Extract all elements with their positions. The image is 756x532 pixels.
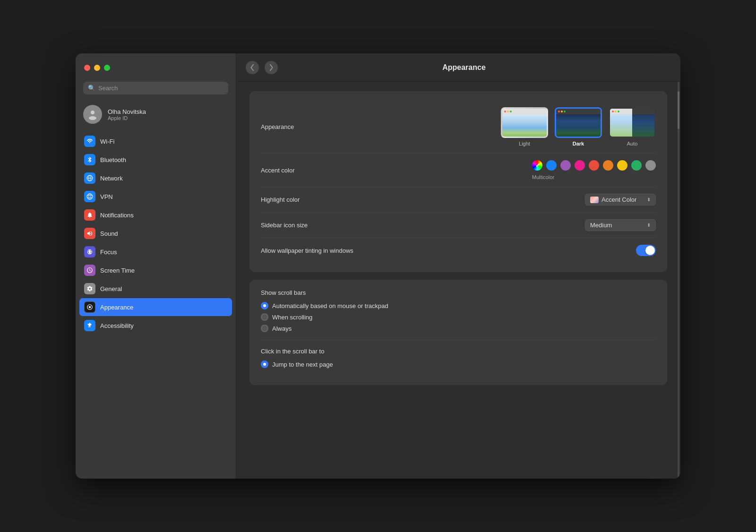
appearance-option-dark[interactable]: Dark — [555, 107, 602, 146]
maximize-button[interactable] — [104, 65, 110, 71]
sidebar-item-screentime-label: Screen Time — [100, 267, 135, 274]
user-info: Olha Novitska Apple ID — [108, 108, 146, 121]
accent-colors-group: Multicolor — [532, 160, 656, 180]
main-title: Appearance — [284, 63, 644, 72]
click-next-page-option[interactable]: Jump to the next page — [261, 360, 656, 368]
network-icon — [84, 172, 95, 184]
svg-point-10 — [89, 306, 91, 309]
sidebar-item-sound[interactable]: Sound — [79, 224, 232, 242]
sidebar-item-sound-label: Sound — [100, 230, 118, 237]
system-preferences-window: 🔍 Olha Novitska Apple ID Wi-Fi — [76, 53, 680, 479]
highlight-color-swatch — [590, 197, 599, 203]
appearance-option-auto-label: Auto — [627, 141, 638, 146]
scrollbar[interactable] — [677, 82, 680, 479]
wifi-icon — [84, 136, 95, 147]
click-next-page-label: Jump to the next page — [272, 361, 333, 368]
accent-yellow[interactable] — [617, 160, 627, 171]
sidebar-item-focus[interactable]: Focus — [79, 243, 232, 261]
nav-back-button[interactable] — [246, 61, 259, 74]
sidebar-item-appearance[interactable]: Appearance — [79, 298, 232, 316]
focus-icon — [84, 246, 95, 257]
search-input[interactable] — [98, 85, 223, 92]
scroll-bars-title: Show scroll bars — [261, 289, 656, 296]
notifications-icon — [84, 209, 95, 221]
sidebar-icon-size-setting-row: Sidebar icon size Medium ⬍ — [261, 213, 656, 238]
appearance-options: Light — [501, 107, 656, 146]
close-button[interactable] — [84, 65, 90, 71]
main-titlebar: Appearance — [236, 53, 680, 82]
accent-green[interactable] — [631, 160, 642, 171]
appearance-label: Appearance — [261, 123, 294, 130]
sidebar-item-vpn[interactable]: VPN — [79, 188, 232, 206]
sidebar-item-general[interactable]: General — [79, 280, 232, 298]
sidebar-item-general-label: General — [100, 285, 122, 292]
scroll-always-option[interactable]: Always — [261, 325, 656, 332]
accent-pink[interactable] — [575, 160, 585, 171]
sidebar-list: Wi-Fi Bluetooth Network VPN — [76, 132, 236, 479]
content-area: Appearance — [236, 82, 680, 479]
appearance-setting-row: Appearance — [261, 101, 656, 154]
sidebar-item-network-label: Network — [100, 175, 123, 182]
wallpaper-tinting-toggle[interactable] — [636, 245, 656, 256]
scroll-bars-card: Show scroll bars Automatically based on … — [249, 280, 667, 385]
sidebar-icon-size-label: Sidebar icon size — [261, 222, 308, 229]
highlight-color-setting-row: Highlight color Accent Color ⬍ — [261, 187, 656, 213]
nav-forward-button[interactable] — [265, 61, 278, 74]
appearance-thumb-light — [501, 107, 548, 138]
scroll-scrolling-label: When scrolling — [272, 314, 312, 321]
scrollbar-thumb[interactable] — [678, 91, 679, 129]
minimize-button[interactable] — [94, 65, 100, 71]
accent-orange[interactable] — [603, 160, 613, 171]
svg-point-1 — [89, 116, 96, 120]
highlight-color-dropdown[interactable]: Accent Color ⬍ — [585, 194, 656, 206]
scroll-scrolling-option[interactable]: When scrolling — [261, 313, 656, 321]
general-icon — [84, 283, 95, 294]
scroll-auto-label: Automatically based on mouse or trackpad — [272, 302, 388, 309]
sidebar-item-network[interactable]: Network — [79, 169, 232, 187]
scrollbar-track — [678, 82, 679, 479]
sidebar-item-notifications-label: Notifications — [100, 212, 134, 219]
sidebar-icon-size-control: Medium ⬍ — [585, 219, 656, 231]
accent-color-label: Accent color — [261, 167, 295, 174]
search-bar[interactable]: 🔍 — [83, 82, 228, 94]
window-titlebar — [76, 53, 236, 82]
dropdown-arrows-icon-2: ⬍ — [647, 223, 651, 228]
accent-multicolor[interactable] — [532, 160, 542, 171]
scroll-auto-option[interactable]: Automatically based on mouse or trackpad — [261, 302, 656, 309]
sidebar-item-appearance-label: Appearance — [100, 304, 133, 311]
accent-color-setting-row: Accent color — [261, 154, 656, 187]
sound-icon — [84, 228, 95, 239]
scroll-auto-radio[interactable] — [261, 302, 268, 309]
section-divider — [261, 340, 656, 340]
sidebar-item-wifi[interactable]: Wi-Fi — [79, 132, 232, 150]
highlight-color-value: Accent Color — [601, 196, 636, 203]
scroll-always-radio[interactable] — [261, 325, 268, 332]
appearance-option-light[interactable]: Light — [501, 107, 548, 146]
sidebar-item-accessibility[interactable]: Accessibility — [79, 317, 232, 335]
highlight-color-label: Highlight color — [261, 196, 300, 203]
highlight-color-control: Accent Color ⬍ — [585, 194, 656, 206]
sidebar-item-notifications[interactable]: Notifications — [79, 206, 232, 224]
sidebar-icon-size-dropdown[interactable]: Medium ⬍ — [585, 219, 656, 231]
click-next-page-radio[interactable] — [261, 360, 268, 368]
sidebar-item-focus-label: Focus — [100, 249, 117, 256]
appearance-thumb-dark — [555, 107, 602, 138]
svg-point-5 — [87, 194, 93, 199]
scroll-scrolling-radio[interactable] — [261, 313, 268, 321]
appearance-option-dark-label: Dark — [573, 141, 584, 146]
accent-color-row — [532, 160, 656, 171]
appearance-option-auto[interactable]: Auto — [609, 107, 656, 146]
accent-purple[interactable] — [560, 160, 571, 171]
accent-gray[interactable] — [645, 160, 656, 171]
accent-blue[interactable] — [546, 160, 557, 171]
bluetooth-icon — [84, 154, 95, 165]
click-scroll-radio-group: Jump to the next page — [261, 360, 656, 368]
sidebar-item-screentime[interactable]: Screen Time — [79, 261, 232, 279]
sidebar-item-bluetooth[interactable]: Bluetooth — [79, 151, 232, 169]
sidebar-icon-size-value: Medium — [590, 222, 612, 229]
click-scroll-bar-title: Click in the scroll bar to — [261, 348, 656, 355]
appearance-icon — [84, 301, 95, 313]
sidebar-item-accessibility-label: Accessibility — [100, 322, 134, 329]
accent-red[interactable] — [589, 160, 599, 171]
user-profile-section[interactable]: Olha Novitska Apple ID — [76, 100, 236, 129]
